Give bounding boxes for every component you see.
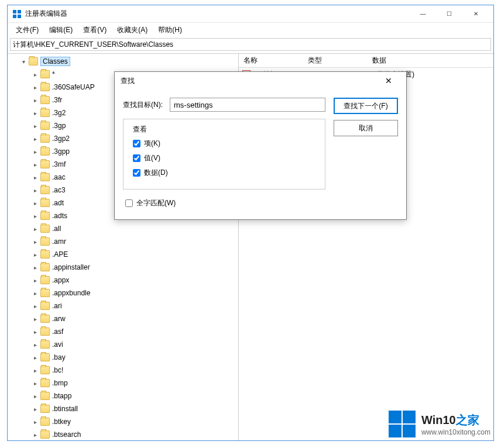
folder-icon xyxy=(40,135,50,143)
tree-label: .adt xyxy=(52,199,64,207)
tree-label: .amr xyxy=(52,237,66,246)
tree-label: .btsearch xyxy=(52,430,81,439)
chk-whole-word[interactable]: 全字匹配(W) xyxy=(123,198,325,209)
tree-node[interactable]: ▸.avi xyxy=(20,338,238,351)
expander-icon[interactable]: ▸ xyxy=(31,340,39,349)
col-type[interactable]: 类型 xyxy=(303,56,368,66)
folder-icon xyxy=(40,315,50,323)
expander-icon[interactable]: ▸ xyxy=(31,302,39,310)
expander-icon[interactable]: ▸ xyxy=(31,366,39,374)
chk-keys-label: 项(K) xyxy=(144,139,160,149)
folder-icon xyxy=(40,122,50,130)
expander-icon[interactable]: ▸ xyxy=(31,147,39,156)
tree-label: .bc! xyxy=(52,366,63,374)
folder-icon xyxy=(40,289,50,297)
svg-rect-0 xyxy=(13,10,16,13)
folder-icon xyxy=(40,366,50,374)
expander-icon[interactable]: ▸ xyxy=(31,199,39,207)
tree-label: .btapp xyxy=(52,392,71,400)
find-next-button[interactable]: 查找下一个(F) xyxy=(334,98,398,114)
tree-node[interactable]: ▸.bay xyxy=(20,351,238,364)
tree-node[interactable]: ▸.btkey xyxy=(20,415,238,428)
expander-icon[interactable]: ▸ xyxy=(31,96,39,104)
expander-icon[interactable]: ▸ xyxy=(31,83,39,91)
col-name[interactable]: 名称 xyxy=(239,56,303,66)
expander-icon[interactable]: ▸ xyxy=(31,212,39,220)
tree-node[interactable]: ▸.btapp xyxy=(20,390,238,402)
expander-icon[interactable]: ▸ xyxy=(31,289,39,297)
tree-node[interactable]: ▸.APE xyxy=(20,248,238,261)
folder-icon xyxy=(40,225,50,233)
expander-icon[interactable]: ▸ xyxy=(31,237,39,246)
folder-icon xyxy=(40,173,50,181)
tree-node[interactable]: ▸.bc! xyxy=(20,364,238,377)
expander-icon[interactable]: ▾ xyxy=(19,57,28,66)
tree-label: * xyxy=(52,70,55,78)
tree-node[interactable]: ▸.amr xyxy=(20,235,238,248)
expander-icon[interactable]: ▸ xyxy=(31,328,39,336)
tree-node[interactable]: ▸.asf xyxy=(20,325,238,338)
expander-icon[interactable]: ▸ xyxy=(31,418,39,426)
cancel-button[interactable]: 取消 xyxy=(334,120,398,136)
expander-icon[interactable]: ▸ xyxy=(31,109,39,117)
tree-label: .ari xyxy=(52,302,62,310)
menu-favorites[interactable]: 收藏夹(A) xyxy=(112,24,152,36)
expander-icon[interactable]: ▸ xyxy=(31,135,39,143)
minimize-button[interactable]: — xyxy=(410,5,436,23)
menu-help[interactable]: 帮助(H) xyxy=(153,24,187,36)
expander-icon[interactable]: ▸ xyxy=(31,405,39,413)
find-lookat-title: 查看 xyxy=(131,125,149,135)
tree-label: .ac3 xyxy=(52,186,66,194)
expander-icon[interactable]: ▸ xyxy=(31,225,39,233)
folder-icon xyxy=(40,186,50,194)
expander-icon[interactable]: ▸ xyxy=(31,173,39,181)
address-bar[interactable]: 计算机\HKEY_CURRENT_USER\Software\Classes xyxy=(10,38,491,51)
col-data[interactable]: 数据 xyxy=(368,56,493,66)
folder-icon xyxy=(40,109,50,117)
tree-node[interactable]: ▸.btsearch xyxy=(20,428,238,440)
chk-values[interactable]: 值(V) xyxy=(131,153,318,164)
tree-label: .appinstaller xyxy=(52,263,90,271)
expander-icon[interactable]: ▸ xyxy=(31,353,39,361)
expander-icon[interactable]: ▸ xyxy=(31,263,39,271)
expander-icon[interactable]: ▸ xyxy=(31,430,39,439)
tree-node[interactable]: ▸.ari xyxy=(20,299,238,312)
tree-node-classes[interactable]: ▾ Classes xyxy=(9,55,238,68)
folder-icon xyxy=(40,147,50,156)
tree-label: .asf xyxy=(52,328,63,336)
find-close-button[interactable]: ✕ xyxy=(377,72,400,89)
expander-icon[interactable]: ▸ xyxy=(31,122,39,130)
chk-data-label: 数据(D) xyxy=(144,168,168,178)
expander-icon[interactable]: ▸ xyxy=(31,186,39,194)
find-target-label: 查找目标(N): xyxy=(123,100,170,110)
chk-data[interactable]: 数据(D) xyxy=(131,167,318,178)
tree-node[interactable]: ▸.all xyxy=(20,222,238,235)
find-target-input[interactable] xyxy=(170,98,325,112)
chk-keys-box[interactable] xyxy=(133,140,140,147)
tree-node[interactable]: ▸.appxbundle xyxy=(20,287,238,299)
expander-icon[interactable]: ▸ xyxy=(31,160,39,168)
tree-node[interactable]: ▸.btinstall xyxy=(20,402,238,415)
tree-node[interactable]: ▸.arw xyxy=(20,312,238,325)
expander-icon[interactable]: ▸ xyxy=(31,70,39,78)
tree-node[interactable]: ▸.appx xyxy=(20,274,238,287)
maximize-button[interactable]: ☐ xyxy=(436,5,462,23)
expander-icon[interactable]: ▸ xyxy=(31,276,39,284)
expander-icon[interactable]: ▸ xyxy=(31,392,39,400)
address-text: 计算机\HKEY_CURRENT_USER\Software\Classes xyxy=(13,40,173,50)
expander-icon[interactable]: ▸ xyxy=(31,250,39,259)
menu-edit[interactable]: 编辑(E) xyxy=(44,24,77,36)
menu-file[interactable]: 文件(F) xyxy=(11,24,43,36)
expander-icon[interactable]: ▸ xyxy=(31,315,39,323)
menu-view[interactable]: 查看(V) xyxy=(78,24,111,36)
chk-values-box[interactable] xyxy=(133,154,140,162)
title-bar: 注册表编辑器 — ☐ ✕ xyxy=(8,5,493,23)
chk-values-label: 值(V) xyxy=(144,153,160,163)
expander-icon[interactable]: ▸ xyxy=(31,379,39,387)
tree-node[interactable]: ▸.bmp xyxy=(20,377,238,390)
close-button[interactable]: ✕ xyxy=(462,5,489,23)
chk-keys[interactable]: 项(K) xyxy=(131,138,318,149)
tree-node[interactable]: ▸.appinstaller xyxy=(20,261,238,274)
chk-data-box[interactable] xyxy=(133,169,140,177)
chk-whole-word-box[interactable] xyxy=(125,199,133,207)
